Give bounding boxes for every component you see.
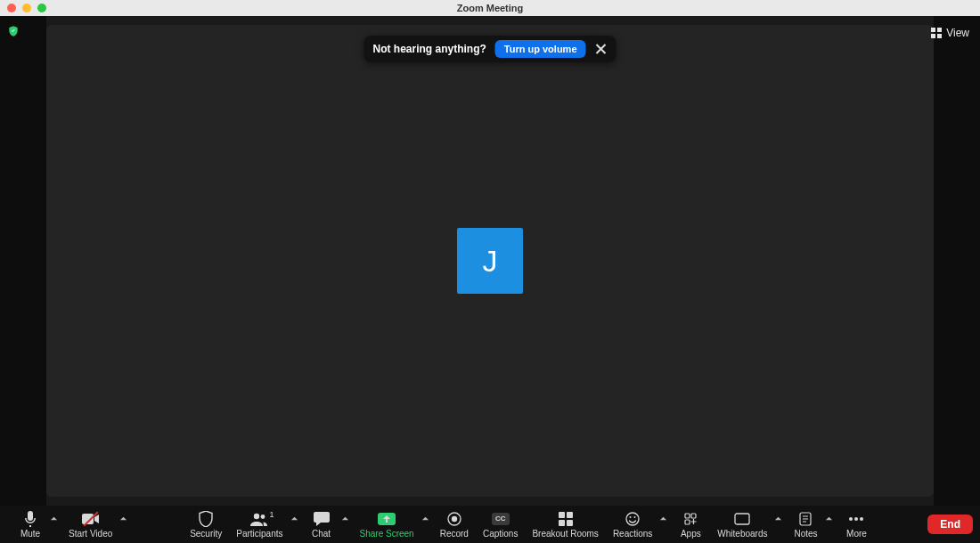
left-strip <box>0 16 46 506</box>
window-close-button[interactable] <box>7 4 16 12</box>
svg-point-15 <box>634 516 636 518</box>
microphone-icon <box>24 511 37 527</box>
breakout-rooms-icon <box>559 512 573 526</box>
svg-point-21 <box>849 517 853 521</box>
whiteboards-label: Whiteboards <box>717 530 767 539</box>
chevron-up-icon <box>825 515 833 523</box>
start-video-label: Start Video <box>69 530 112 539</box>
chevron-up-icon <box>774 515 782 523</box>
reactions-label: Reactions <box>613 530 652 539</box>
svg-rect-19 <box>735 514 749 524</box>
svg-rect-12 <box>567 520 573 526</box>
svg-rect-1 <box>937 28 942 32</box>
more-label: More <box>846 530 867 539</box>
toast-close-button[interactable] <box>595 43 608 55</box>
more-icon <box>848 516 864 522</box>
mute-button[interactable]: Mute <box>11 506 50 543</box>
svg-rect-18 <box>685 520 690 524</box>
notes-options-chevron[interactable] <box>825 506 837 543</box>
apps-label: Apps <box>681 530 701 539</box>
more-button[interactable]: More <box>837 506 876 543</box>
participants-label: Participants <box>236 530 282 539</box>
share-screen-box <box>378 513 396 525</box>
whiteboards-options-chevron[interactable] <box>774 506 786 543</box>
record-button[interactable]: Record <box>433 506 476 543</box>
svg-rect-10 <box>567 512 573 518</box>
svg-point-22 <box>854 517 858 521</box>
svg-point-14 <box>630 516 632 518</box>
mute-options-chevron[interactable] <box>50 506 61 543</box>
chevron-up-icon <box>341 515 349 523</box>
whiteboard-icon <box>734 513 750 525</box>
notes-button[interactable]: Notes <box>786 506 825 543</box>
view-label: View <box>946 27 969 39</box>
notes-icon <box>799 512 812 526</box>
view-button[interactable]: View <box>926 23 975 43</box>
share-screen-label: Share Screen <box>360 530 414 539</box>
window-titlebar: Zoom Meeting <box>0 0 980 16</box>
svg-point-6 <box>261 515 265 519</box>
captions-button[interactable]: CC Captions <box>476 506 525 543</box>
avatar-initial: J <box>483 244 498 279</box>
chat-button[interactable]: Chat <box>302 506 341 543</box>
svg-rect-17 <box>691 514 696 518</box>
chevron-up-icon <box>659 515 667 523</box>
chat-options-chevron[interactable] <box>341 506 353 543</box>
video-options-chevron[interactable] <box>119 506 131 543</box>
smile-icon <box>625 512 640 526</box>
breakout-rooms-button[interactable]: Breakout Rooms <box>525 506 605 543</box>
svg-rect-2 <box>931 34 935 38</box>
reactions-options-chevron[interactable] <box>659 506 671 543</box>
reactions-button[interactable]: Reactions <box>606 506 659 543</box>
start-video-button[interactable]: Start Video <box>61 506 119 543</box>
participants-options-chevron[interactable] <box>290 506 302 543</box>
arrow-up-icon <box>382 515 391 523</box>
end-meeting-button[interactable]: End <box>927 515 973 534</box>
mute-label: Mute <box>20 530 40 539</box>
encryption-badge[interactable] <box>7 25 20 37</box>
security-label: Security <box>190 530 222 539</box>
svg-point-23 <box>860 517 863 521</box>
bottom-toolbar: Mute Start Video Security 1 <box>0 506 980 543</box>
svg-rect-16 <box>685 514 690 518</box>
chat-label: Chat <box>312 530 331 539</box>
whiteboards-button[interactable]: Whiteboards <box>710 506 774 543</box>
chevron-up-icon <box>50 515 58 523</box>
close-icon <box>595 43 608 55</box>
svg-point-5 <box>254 513 259 518</box>
record-label: Record <box>440 530 469 539</box>
svg-rect-9 <box>559 512 565 518</box>
share-options-chevron[interactable] <box>421 506 433 543</box>
notes-label: Notes <box>794 530 817 539</box>
participants-count: 1 <box>269 510 274 519</box>
participant-avatar-tile[interactable]: J <box>457 228 523 294</box>
svg-rect-3 <box>937 34 942 38</box>
apps-icon <box>683 512 698 526</box>
right-strip <box>934 16 980 506</box>
svg-rect-11 <box>559 520 565 526</box>
window-minimize-button[interactable] <box>22 4 31 12</box>
captions-label: Captions <box>483 530 518 539</box>
chevron-up-icon <box>421 515 429 523</box>
apps-button[interactable]: Apps <box>671 506 710 543</box>
cc-badge: CC <box>492 513 510 525</box>
record-icon <box>447 512 461 526</box>
grid-icon <box>931 28 942 38</box>
toast-message: Not hearing anything? <box>372 43 486 55</box>
shield-icon <box>199 511 213 527</box>
chat-icon <box>314 512 330 526</box>
turn-up-volume-button[interactable]: Turn up volume <box>495 40 586 58</box>
window-title: Zoom Meeting <box>457 3 524 13</box>
svg-point-8 <box>452 515 457 521</box>
shield-check-icon <box>7 25 20 37</box>
chevron-up-icon <box>290 515 298 523</box>
window-fullscreen-button[interactable] <box>37 4 46 12</box>
svg-rect-0 <box>931 28 935 32</box>
participants-icon <box>250 512 268 526</box>
share-screen-button[interactable]: Share Screen <box>353 506 421 543</box>
volume-toast: Not hearing anything? Turn up volume <box>363 36 616 62</box>
svg-point-13 <box>626 513 639 525</box>
security-button[interactable]: Security <box>183 506 229 543</box>
participants-button[interactable]: 1 Participants <box>229 506 290 543</box>
meeting-area: View Not hearing anything? Turn up volum… <box>0 16 980 506</box>
